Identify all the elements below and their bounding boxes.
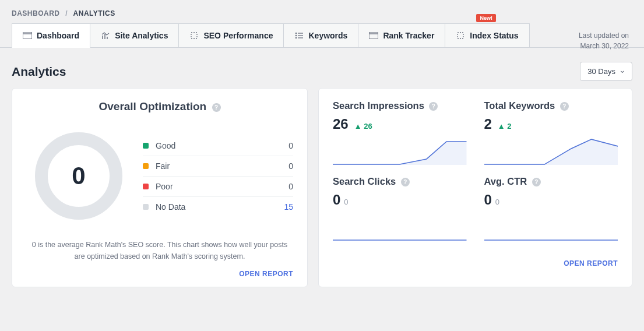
new-badge: New! [476,14,496,22]
tabs: Dashboard Site Analytics SEO Performance… [0,23,644,48]
legend-label: Good [156,141,288,150]
swatch-poor [143,184,149,189]
sparkline-clicks [333,212,467,241]
help-icon[interactable]: ? [560,102,569,111]
tab-label: SEO Performance [203,31,273,40]
sparkline-ctr [484,212,618,241]
legend-row-fair: Fair 0 [143,156,293,177]
help-icon[interactable]: ? [532,178,541,186]
sparkline-impressions [333,136,467,165]
tab-keywords[interactable]: Keywords [283,23,358,47]
stat-clicks: Search Clicks ? 0 0 [333,176,467,252]
stat-keywords: Total Keywords ? 2 ▲ 2 [484,100,618,176]
legend-row-nodata: No Data 15 [143,197,293,217]
stat-value: 0 [333,192,340,208]
keywords-icon [294,31,304,40]
legend-value: 0 [288,161,293,171]
svg-rect-12 [369,32,378,39]
legend-label: Fair [156,161,288,171]
card-title: Overall Optimization ? [26,100,293,113]
dashboard-icon [23,31,32,40]
svg-rect-14 [458,33,463,38]
sparkline-keywords [484,136,618,165]
stat-title: Search Impressions ? [333,100,467,111]
breadcrumb-current: ANALYTICS [73,9,115,17]
index-icon [456,31,465,40]
svg-point-10 [295,37,297,39]
donut-chart: 0 [26,124,131,228]
legend-row-good: Good 0 [143,136,293,156]
tab-site-analytics[interactable]: Site Analytics [90,23,179,47]
open-report-link[interactable]: OPEN REPORT [564,259,618,267]
tab-label: Dashboard [37,31,79,40]
svg-point-8 [295,35,297,37]
analytics-icon [101,31,110,40]
legend-value: 15 [284,202,293,212]
help-icon[interactable]: ? [401,178,410,186]
legend: Good 0 Fair 0 Poor 0 No Data 15 [143,136,293,217]
svg-rect-0 [23,32,32,39]
svg-point-6 [295,33,297,34]
opt-title-text: Overall Optimization [98,100,206,112]
stat-value: 26 [333,116,349,132]
stat-delta: ▲ 26 [354,122,372,131]
tab-label: Keywords [308,31,347,40]
tab-index-status[interactable]: Index Status [445,23,529,47]
last-updated: Last updated on March 30, 2022 [579,30,629,51]
legend-row-poor: Poor 0 [143,177,293,197]
swatch-fair [143,163,149,169]
swatch-good [143,143,149,149]
svg-marker-16 [484,139,618,165]
date-range-select[interactable]: 30 Days [580,62,632,81]
breadcrumb: DASHBOARD / ANALYTICS [0,0,644,23]
stat-ctr: Avg. CTR ? 0 0 [484,176,618,252]
rank-icon [369,31,378,40]
legend-value: 0 [288,141,293,150]
tab-dashboard[interactable]: Dashboard [12,23,90,48]
help-icon[interactable]: ? [212,103,221,112]
help-icon[interactable]: ? [429,102,438,111]
range-label: 30 Days [587,67,615,76]
legend-label: No Data [156,202,284,212]
open-report-link[interactable]: OPEN REPORT [239,270,293,278]
tab-rank-tracker[interactable]: Rank Tracker [358,23,445,47]
search-stats-card: Search Impressions ? 26 ▲ 26 Total Keywo… [318,88,632,287]
stat-title: Avg. CTR ? [484,176,618,187]
stat-sub: 0 [344,198,348,206]
stat-impressions: Search Impressions ? 26 ▲ 26 [333,100,467,176]
tab-seo-performance[interactable]: SEO Performance [178,23,284,47]
tab-label: Site Analytics [115,31,168,40]
legend-label: Poor [156,182,288,191]
page-title: Analytics [12,65,66,79]
legend-value: 0 [288,182,293,191]
stat-sub: 0 [495,198,499,206]
swatch-nodata [143,204,149,210]
seo-icon [189,31,199,40]
donut-score: 0 [35,132,122,220]
tab-label: Rank Tracker [383,31,434,40]
last-updated-date: March 30, 2022 [579,41,629,51]
stat-delta: ▲ 2 [498,122,512,131]
stat-title: Total Keywords ? [484,100,618,111]
stat-value: 2 [484,116,492,132]
last-updated-label: Last updated on [579,30,629,41]
breadcrumb-root[interactable]: DASHBOARD [12,9,60,17]
opt-description: 0 is the average Rank Math's SEO score. … [26,239,293,262]
stat-title: Search Clicks ? [333,176,467,187]
svg-rect-5 [191,33,197,38]
stat-value: 0 [484,192,492,208]
tab-label: Index Status [470,31,518,40]
svg-marker-15 [333,142,467,165]
overall-optimization-card: Overall Optimization ? 0 Good 0 Fair [12,88,308,287]
breadcrumb-sep: / [65,9,68,17]
